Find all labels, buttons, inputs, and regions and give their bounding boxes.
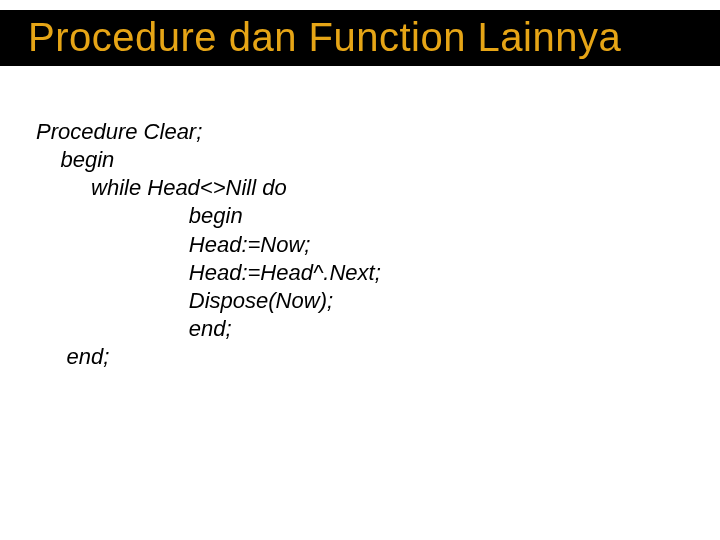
code-line: Dispose(Now); xyxy=(36,288,333,313)
code-line: begin xyxy=(36,203,243,228)
code-line: end; xyxy=(36,344,109,369)
code-line: begin xyxy=(36,147,114,172)
code-line: end; xyxy=(36,316,232,341)
code-block: Procedure Clear; begin while Head<>Nill … xyxy=(36,118,684,371)
slide-title: Procedure dan Function Lainnya xyxy=(28,16,692,58)
code-line: Procedure Clear; xyxy=(36,119,202,144)
code-line: while Head<>Nill do xyxy=(36,175,287,200)
slide: Procedure dan Function Lainnya Procedure… xyxy=(0,0,720,540)
title-underline xyxy=(28,77,692,79)
title-band: Procedure dan Function Lainnya xyxy=(0,10,720,66)
code-line: Head:=Head^.Next; xyxy=(36,260,381,285)
code-line: Head:=Now; xyxy=(36,232,310,257)
